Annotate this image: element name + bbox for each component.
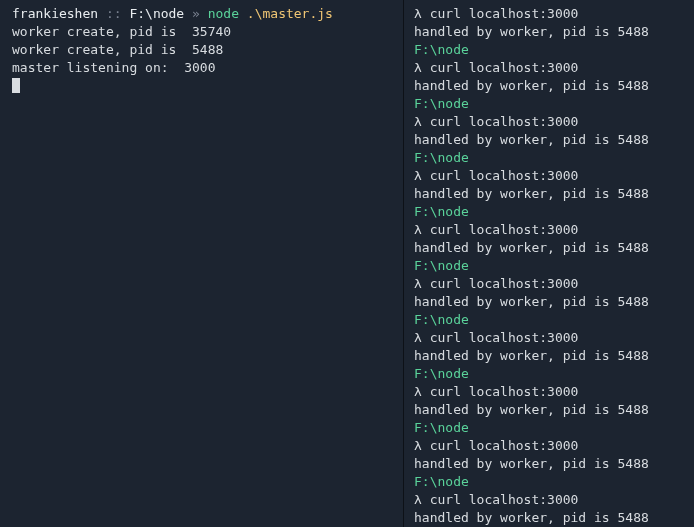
cmd-line: λ curl localhost:3000 bbox=[414, 329, 694, 347]
output-line: worker create, pid is 5488 bbox=[12, 41, 403, 59]
output-line: handled by worker, pid is 5488 bbox=[414, 293, 694, 311]
path-line: F:\node bbox=[414, 311, 694, 329]
path-line: F:\node bbox=[414, 95, 694, 113]
output-line: handled by worker, pid is 5488 bbox=[414, 77, 694, 95]
cmd-exec: node bbox=[208, 6, 239, 21]
output-line: handled by worker, pid is 5488 bbox=[414, 185, 694, 203]
cmd-line: λ curl localhost:3000 bbox=[414, 167, 694, 185]
prompt-path: F:\node bbox=[129, 6, 184, 21]
path-line: F:\node bbox=[414, 203, 694, 221]
path-line: F:\node bbox=[414, 41, 694, 59]
output-line: handled by worker, pid is 5488 bbox=[414, 509, 694, 527]
prompt-sep1: :: bbox=[98, 6, 129, 21]
output-line: handled by worker, pid is 5488 bbox=[414, 239, 694, 257]
cmd-line: λ curl localhost:3000 bbox=[414, 59, 694, 77]
output-line: handled by worker, pid is 5488 bbox=[414, 401, 694, 419]
terminal-pane-left[interactable]: frankieshen :: F:\node » node .\master.j… bbox=[0, 0, 404, 527]
prompt-user: frankieshen bbox=[12, 6, 98, 21]
cursor-icon bbox=[12, 78, 20, 93]
terminal-pane-right[interactable]: λ curl localhost:3000 handled by worker,… bbox=[404, 0, 694, 527]
path-line: F:\node bbox=[414, 419, 694, 437]
cmd-line: λ curl localhost:3000 bbox=[414, 437, 694, 455]
output-line: handled by worker, pid is 5488 bbox=[414, 23, 694, 41]
output-line: master listening on: 3000 bbox=[12, 59, 403, 77]
cmd-line: λ curl localhost:3000 bbox=[414, 113, 694, 131]
cmd-arg: .\master.js bbox=[239, 6, 333, 21]
cmd-line: λ curl localhost:3000 bbox=[414, 5, 694, 23]
output-line: handled by worker, pid is 5488 bbox=[414, 455, 694, 473]
path-line: F:\node bbox=[414, 473, 694, 491]
prompt-sep2: » bbox=[184, 6, 207, 21]
cursor-line bbox=[12, 77, 403, 95]
cmd-line: λ curl localhost:3000 bbox=[414, 221, 694, 239]
output-line: handled by worker, pid is 5488 bbox=[414, 131, 694, 149]
path-line: F:\node bbox=[414, 257, 694, 275]
cmd-line: λ curl localhost:3000 bbox=[414, 383, 694, 401]
output-line: handled by worker, pid is 5488 bbox=[414, 347, 694, 365]
path-line: F:\node bbox=[414, 365, 694, 383]
cmd-line: λ curl localhost:3000 bbox=[414, 275, 694, 293]
path-line: F:\node bbox=[414, 149, 694, 167]
output-line: worker create, pid is 35740 bbox=[12, 23, 403, 41]
cmd-line: λ curl localhost:3000 bbox=[414, 491, 694, 509]
prompt-line: frankieshen :: F:\node » node .\master.j… bbox=[12, 5, 403, 23]
